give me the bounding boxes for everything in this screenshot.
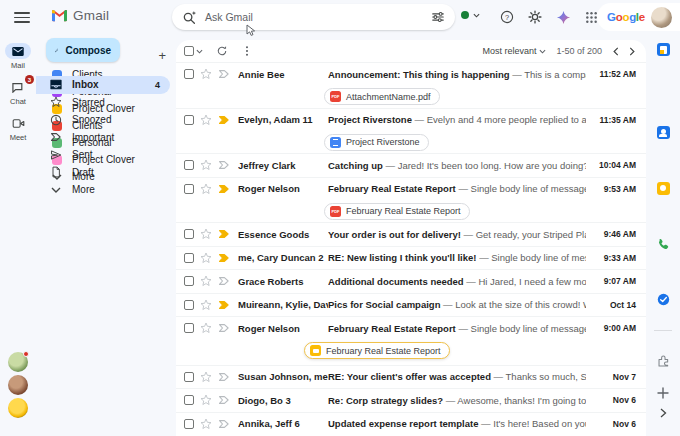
chat-contact-avatar[interactable] [8, 398, 28, 418]
sidebar-item-snoozed[interactable]: Snoozed [36, 111, 170, 129]
importance-marker-icon[interactable] [218, 252, 230, 264]
addon-icon[interactable] [656, 354, 670, 368]
email-snippet: — Get ready, your Striped Planter is out… [464, 229, 587, 240]
email-row[interactable]: Evelyn, Adam 11 Project Riverstone — Eve… [176, 108, 646, 154]
email-checkbox[interactable] [184, 395, 194, 405]
importance-marker-icon[interactable] [218, 394, 230, 406]
search-options-icon[interactable] [431, 10, 445, 24]
sidebar-item-inbox[interactable]: Inbox 4 [36, 76, 170, 94]
settings-gear-icon[interactable] [527, 9, 543, 25]
importance-marker-icon[interactable] [218, 183, 230, 195]
email-row[interactable]: me, Cary Duncan 2 RE: New listing I thin… [176, 246, 646, 270]
select-all-control[interactable] [184, 46, 203, 56]
importance-marker-icon[interactable] [218, 68, 230, 80]
older-page-icon[interactable] [629, 47, 636, 56]
email-checkbox[interactable] [184, 253, 194, 263]
email-checkbox[interactable] [184, 300, 194, 310]
email-checkbox[interactable] [184, 184, 194, 194]
star-icon[interactable] [200, 299, 212, 311]
email-row[interactable]: Roger Nelson February Real Estate Report… [176, 316, 646, 365]
profile-avatar[interactable] [651, 7, 672, 28]
attachment-chip[interactable]: February Real Estate Report [304, 342, 450, 359]
more-options-icon[interactable] [241, 45, 253, 57]
main-menu-icon[interactable] [14, 12, 30, 23]
notification-dot [23, 351, 29, 357]
star-icon[interactable] [200, 228, 212, 240]
help-icon[interactable]: ? [499, 9, 515, 25]
email-row[interactable]: Annie Bee Announcement: This thing is ha… [176, 62, 646, 108]
star-icon[interactable] [200, 275, 212, 287]
email-checkbox[interactable] [184, 419, 194, 429]
importance-marker-icon[interactable] [218, 159, 230, 171]
search-bar[interactable]: Ask Gmail [172, 4, 455, 30]
email-sender: Grace Roberts [238, 276, 328, 287]
email-checkbox[interactable] [184, 276, 194, 286]
chat-contact-avatar[interactable] [8, 352, 28, 372]
email-checkbox[interactable] [184, 372, 194, 382]
newer-page-icon[interactable] [612, 47, 619, 56]
rail-item-chat[interactable]: 3 Chat [0, 79, 36, 106]
email-checkbox[interactable] [184, 115, 194, 125]
voice-icon[interactable] [656, 237, 670, 251]
email-sender: Roger Nelson [238, 323, 328, 334]
attachment-chip[interactable]: Project Riverstone [324, 134, 429, 151]
email-row[interactable]: Grace Roberts Additional documents neede… [176, 269, 646, 293]
email-row[interactable]: Jeffrey Clark Catching up — Jared! It's … [176, 153, 646, 177]
star-icon[interactable] [200, 252, 212, 264]
side-panel-collapse-icon[interactable] [656, 406, 670, 420]
get-addons-plus-icon[interactable] [656, 386, 670, 400]
importance-marker-icon[interactable] [218, 418, 230, 430]
email-row[interactable]: Diogo, Bo 3 Re: Corp strategy slides? — … [176, 388, 646, 412]
star-icon[interactable] [200, 159, 212, 171]
attachment-chip[interactable]: February Real Estate Report [324, 203, 470, 220]
star-icon[interactable] [200, 183, 212, 195]
email-row[interactable]: Essence Goods Your order is out for deli… [176, 222, 646, 246]
email-row[interactable]: Susan Johnson, me 2 RE: Your client's of… [176, 365, 646, 389]
divider [654, 330, 672, 331]
sidebar-item-more[interactable]: More [36, 181, 170, 199]
star-icon[interactable] [200, 394, 212, 406]
star-icon[interactable] [200, 114, 212, 126]
email-time: 11:52 AM [586, 69, 636, 79]
sidebar-item-draft[interactable]: Draft [36, 164, 170, 182]
email-checkbox[interactable] [184, 229, 194, 239]
star-icon[interactable] [200, 322, 212, 334]
email-row[interactable]: Annika, Jeff 6 Updated expense report te… [176, 412, 646, 436]
sort-dropdown[interactable]: Most relevant [482, 46, 546, 56]
gmail-logo[interactable]: Gmail [51, 8, 109, 23]
email-sender: Diogo, Bo 3 [238, 395, 328, 406]
importance-marker-icon[interactable] [218, 299, 230, 311]
attachment-chip[interactable]: AttachmentName.pdf [324, 88, 440, 105]
star-icon[interactable] [200, 418, 212, 430]
email-checkbox[interactable] [184, 69, 194, 79]
top-bar: Gmail Ask Gmail [0, 0, 680, 34]
compose-button[interactable]: Compose [46, 38, 120, 62]
gemini-icon[interactable] [555, 9, 571, 25]
importance-marker-icon[interactable] [218, 114, 230, 126]
rail-item-meet[interactable]: Meet [0, 115, 36, 142]
importance-marker-icon[interactable] [218, 371, 230, 383]
contacts-icon[interactable] [656, 125, 670, 139]
sidebar-item-starred[interactable]: Starred [36, 94, 170, 112]
importance-marker-icon[interactable] [218, 275, 230, 287]
importance-marker-icon[interactable] [218, 228, 230, 240]
create-label-plus-icon[interactable]: + [158, 51, 166, 61]
availability-status[interactable] [461, 11, 480, 19]
star-icon[interactable] [200, 68, 212, 80]
email-row[interactable]: Muireann, Kylie, David 5 Pics for Social… [176, 293, 646, 317]
star-icon[interactable] [200, 371, 212, 383]
email-row[interactable]: Roger Nelson February Real Estate Report… [176, 177, 646, 223]
importance-marker-icon[interactable] [218, 322, 230, 334]
email-checkbox[interactable] [184, 160, 194, 170]
email-checkbox[interactable] [184, 323, 194, 333]
chat-contact-avatar[interactable] [8, 375, 28, 395]
refresh-icon[interactable] [216, 45, 228, 57]
sidebar-item-important[interactable]: Important [36, 129, 170, 147]
select-all-checkbox[interactable] [184, 46, 194, 56]
tasks-icon[interactable] [656, 292, 670, 306]
rail-item-mail[interactable]: Mail [0, 43, 36, 70]
sidebar-item-sent[interactable]: Sent [36, 146, 170, 164]
clock-icon [50, 114, 62, 126]
calendar-icon[interactable] [656, 42, 670, 56]
keep-icon[interactable] [656, 181, 670, 195]
